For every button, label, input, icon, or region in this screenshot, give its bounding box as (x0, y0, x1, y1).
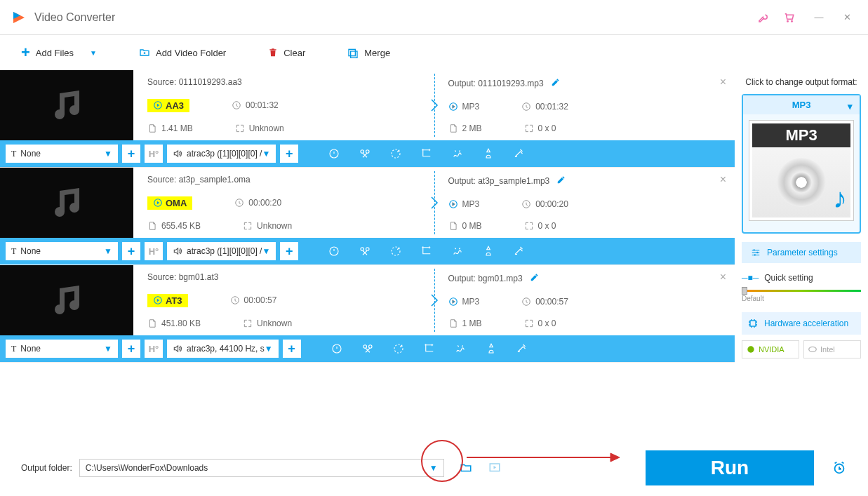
sliders-icon (750, 248, 761, 257)
edit-tool-3[interactable] (416, 340, 443, 358)
nvidia-button[interactable]: NVIDIA (742, 340, 799, 358)
format-header: MP3 ▾ (743, 95, 860, 114)
add-subtitle-button[interactable]: + (122, 242, 140, 260)
edit-output-button[interactable] (556, 175, 566, 187)
output-format-selector[interactable]: MP3 ▾ MP3 ♪ (742, 94, 861, 234)
source-duration: 00:00:20 (234, 196, 281, 210)
subtitle-settings-button[interactable]: H° (145, 340, 163, 358)
open-folder-button[interactable] (458, 462, 474, 474)
edit-tool-2[interactable] (382, 242, 409, 260)
chip-icon (747, 318, 759, 329)
source-dimensions: Unknown (243, 319, 292, 328)
svg-rect-0 (349, 49, 355, 55)
edit-tool-3[interactable] (413, 145, 440, 163)
quick-setting-label: Quick setting (764, 273, 813, 283)
edit-tool-2[interactable] (382, 145, 409, 163)
alarm-button[interactable] (832, 460, 847, 476)
svg-point-24 (368, 345, 372, 349)
key-icon[interactable] (756, 11, 770, 25)
arrow-right-icon (430, 196, 439, 210)
quick-icon: ─■─ (742, 273, 759, 283)
edit-tool-6[interactable] (509, 340, 535, 358)
edit-tool-0[interactable] (321, 242, 347, 260)
edit-tool-5[interactable] (478, 340, 505, 358)
audio-select[interactable]: atrac3p ([1][0][0][0] / ▼ (167, 242, 276, 260)
remove-item-button[interactable]: × (720, 271, 726, 283)
output-column: Output: 0111019293.mp3 MP3 00:01:32 2 MB… (434, 70, 735, 140)
subtitle-select[interactable]: T None▼ (6, 145, 118, 163)
source-format-badge: OMA (147, 196, 192, 210)
run-button[interactable]: Run (646, 450, 814, 485)
add-subtitle-button[interactable]: + (122, 145, 140, 163)
add-audio-button[interactable]: + (280, 145, 298, 163)
subtitle-settings-button[interactable]: H° (145, 242, 163, 260)
edit-tool-1[interactable] (354, 340, 381, 358)
edit-tool-0[interactable] (321, 145, 347, 163)
main-toolbar: + Add Files ▼ Add Video Folder Clear Mer… (0, 35, 868, 70)
source-filename: Source: bgm01.at3 (147, 272, 420, 282)
output-dimensions: 0 x 0 (524, 123, 556, 133)
edit-tool-5[interactable] (475, 145, 502, 163)
app-title: Video Converter (34, 11, 751, 24)
parameter-settings-button[interactable]: Parameter settings (742, 242, 861, 263)
add-subtitle-button[interactable]: + (122, 340, 140, 358)
remove-item-button[interactable]: × (720, 76, 726, 88)
add-files-button[interactable]: + Add Files ▼ (21, 43, 97, 62)
output-folder-input[interactable]: C:\Users\WonderFox\Downloads ▼ (79, 459, 444, 477)
source-duration: 00:01:32 (232, 99, 279, 112)
edit-tool-1[interactable] (352, 145, 378, 163)
audio-select[interactable]: atrac3p, 44100 Hz, s▼ (167, 340, 279, 358)
play-output-button[interactable] (488, 462, 502, 474)
close-button[interactable]: ✕ (836, 7, 857, 28)
source-filename: Source: 0111019293.aa3 (147, 77, 420, 87)
audio-select[interactable]: atrac3p ([1][0][0][0] / ▼ (167, 145, 276, 163)
add-folder-label: Add Video Folder (156, 48, 226, 58)
main-area: Source: 0111019293.aa3 AA3 00:01:32 1.41… (0, 70, 868, 435)
source-column: Source: bgm01.at3 AT3 00:00:57 451.80 KB… (133, 265, 434, 335)
quick-setting-row: ─■─ Quick setting (742, 273, 861, 283)
trash-icon (268, 47, 278, 58)
edit-tool-6[interactable] (506, 145, 533, 163)
app-logo (11, 9, 27, 26)
edit-tool-4[interactable] (444, 242, 471, 260)
svg-point-28 (754, 254, 756, 255)
edit-tool-1[interactable] (352, 242, 378, 260)
thumbnail (0, 168, 133, 238)
edit-output-button[interactable] (551, 77, 561, 89)
clear-button[interactable]: Clear (268, 47, 305, 58)
slider-thumb[interactable] (742, 287, 747, 295)
edit-tool-5[interactable] (475, 242, 502, 260)
edit-tool-4[interactable] (444, 145, 471, 163)
output-filename: Output: at3p_sample1.mp3 (448, 175, 721, 187)
svg-point-26 (754, 249, 755, 250)
add-files-label: Add Files (36, 48, 74, 58)
hw-label: Hardware acceleration (764, 319, 848, 328)
format-img-label: MP3 (752, 123, 850, 147)
output-format: MP3 (448, 199, 480, 209)
edit-tool-2[interactable] (385, 340, 412, 358)
output-filename: Output: 0111019293.mp3 (448, 77, 721, 89)
hardware-accel-button[interactable]: Hardware acceleration (742, 312, 861, 335)
source-format-badge: AT3 (147, 294, 188, 307)
chevron-down-icon: ▼ (429, 463, 438, 473)
add-folder-button[interactable]: Add Video Folder (139, 47, 226, 58)
source-filename: Source: at3p_sample1.oma (147, 175, 420, 185)
edit-tool-3[interactable] (413, 242, 440, 260)
subtitle-select[interactable]: T None▼ (6, 340, 118, 358)
subtitle-select[interactable]: T None▼ (6, 242, 118, 260)
remove-item-button[interactable]: × (720, 173, 726, 186)
intel-button[interactable]: Intel (803, 340, 861, 358)
merge-button[interactable]: Merge (347, 47, 390, 58)
edit-tool-4[interactable] (447, 340, 474, 358)
edit-output-button[interactable] (530, 272, 540, 284)
edit-tool-0[interactable] (323, 340, 350, 358)
add-audio-button[interactable]: + (280, 242, 298, 260)
cart-icon[interactable] (782, 11, 796, 25)
merge-icon (347, 47, 359, 58)
file-list: Source: 0111019293.aa3 AA3 00:01:32 1.41… (0, 70, 735, 435)
edit-tool-6[interactable] (506, 242, 533, 260)
quality-slider[interactable]: Default (742, 290, 861, 302)
add-audio-button[interactable]: + (283, 340, 301, 358)
subtitle-settings-button[interactable]: H° (145, 145, 163, 163)
minimize-button[interactable]: — (808, 7, 829, 28)
